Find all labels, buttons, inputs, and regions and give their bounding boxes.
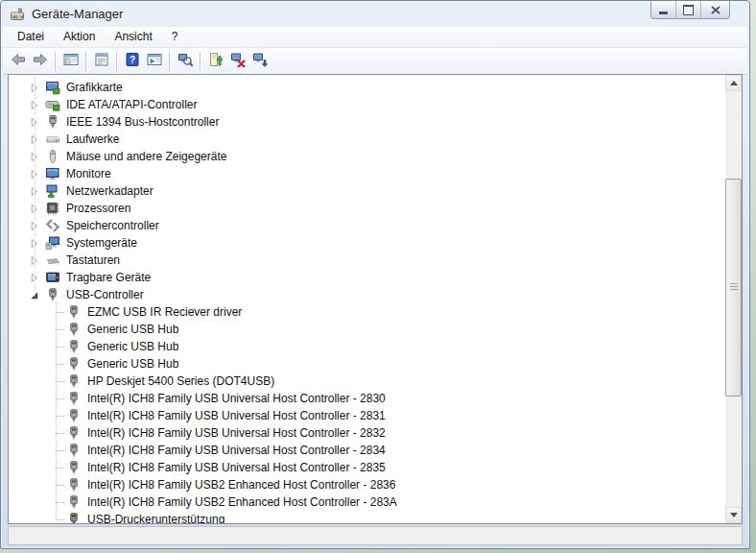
tree-item-generic-usb-hub[interactable]: Generic USB Hub xyxy=(9,355,725,373)
tree-item-intel-r-ich8-family-usb-universal-host-controller-2835[interactable]: Intel(R) ICH8 Family USB Universal Host … xyxy=(9,459,725,476)
storage-controller-icon xyxy=(45,218,60,233)
uninstall-device-icon xyxy=(230,52,246,71)
portable-device-icon xyxy=(45,270,60,285)
uninstall-device-button[interactable] xyxy=(226,51,248,72)
tree-item-label: Laufwerke xyxy=(66,132,119,146)
tree-root-guide xyxy=(35,77,35,301)
minimize-button[interactable] xyxy=(651,1,676,18)
close-button[interactable] xyxy=(701,1,729,18)
scroll-down-icon xyxy=(730,513,738,517)
show-console-tree-icon xyxy=(63,52,79,71)
usb-icon xyxy=(66,356,82,372)
menu-item-aktion[interactable]: Aktion xyxy=(54,28,105,46)
tree-item-intel-r-ich8-family-usb-universal-host-controller-2832[interactable]: Intel(R) ICH8 Family USB Universal Host … xyxy=(9,424,725,442)
chevron-collapsed-icon[interactable] xyxy=(30,238,41,249)
tree-connector xyxy=(51,424,66,442)
tree-item-ide-ata-atapi-controller[interactable]: IDE ATA/ATAPI-Controller xyxy=(9,96,725,113)
chevron-collapsed-icon[interactable] xyxy=(30,83,41,93)
window-title: Geräte-Manager xyxy=(32,7,123,21)
help-button[interactable]: ? xyxy=(121,51,143,72)
tree-item-intel-r-ich8-family-usb2-enhanced-host-controller-283a[interactable]: Intel(R) ICH8 Family USB2 Enhanced Host … xyxy=(9,493,725,511)
chevron-collapsed-icon[interactable] xyxy=(30,255,41,266)
chevron-collapsed-icon[interactable] xyxy=(30,273,41,283)
tree-item-label: Grafikkarte xyxy=(66,81,123,94)
tree-item-tastaturen[interactable]: Tastaturen xyxy=(9,252,725,269)
usb-icon xyxy=(66,460,82,475)
tree-item-grafikkarte[interactable]: Grafikkarte xyxy=(9,79,725,96)
tree-item-laufwerke[interactable]: Laufwerke xyxy=(9,131,725,148)
show-action-pane-button[interactable] xyxy=(143,51,165,72)
scan-devices-icon xyxy=(177,52,193,71)
tree-item-label: HP Deskjet 5400 Series (DOT4USB) xyxy=(87,374,274,388)
tree-connector xyxy=(51,390,66,407)
tree-item-label: Systemgeräte xyxy=(66,236,137,250)
tree-item-intel-r-ich8-family-usb-universal-host-controller-2831[interactable]: Intel(R) ICH8 Family USB Universal Host … xyxy=(9,407,725,424)
chevron-collapsed-icon[interactable] xyxy=(30,169,41,180)
device-manager-icon xyxy=(10,7,25,22)
svg-text:?: ? xyxy=(129,54,134,64)
chevron-collapsed-icon[interactable] xyxy=(30,134,41,145)
tree-item-label: Intel(R) ICH8 Family USB2 Enhanced Host … xyxy=(87,478,395,492)
tree-item-label: Prozessoren xyxy=(66,202,130,215)
tree-item-intel-r-ich8-family-usb-universal-host-controller-2830[interactable]: Intel(R) ICH8 Family USB Universal Host … xyxy=(9,390,725,407)
tree-item-generic-usb-hub[interactable]: Generic USB Hub xyxy=(9,338,725,355)
maximize-icon xyxy=(683,5,694,15)
chevron-collapsed-icon[interactable] xyxy=(30,204,41,214)
scroll-up-button[interactable] xyxy=(725,75,742,91)
tree-connector xyxy=(51,321,66,338)
back-button[interactable] xyxy=(7,51,29,72)
scroll-down-button[interactable] xyxy=(725,507,742,523)
forward-button[interactable] xyxy=(29,51,51,72)
tree-item-prozessoren[interactable]: Prozessoren xyxy=(9,200,725,217)
tree-item-intel-r-ich8-family-usb2-enhanced-host-controller-2836[interactable]: Intel(R) ICH8 Family USB2 Enhanced Host … xyxy=(9,476,725,493)
help-icon: ? xyxy=(125,52,140,71)
tree-item-netzwerkadapter[interactable]: Netzwerkadapter xyxy=(9,182,725,200)
menu-item-ansicht[interactable]: Ansicht xyxy=(105,28,161,46)
tree-item-label: Intel(R) ICH8 Family USB Universal Host … xyxy=(87,444,386,457)
scrollbar-thumb[interactable] xyxy=(725,179,742,397)
chevron-collapsed-icon[interactable] xyxy=(30,186,41,197)
tree-item-usb-druckerunterstützung[interactable]: USB-Druckerunterstützung xyxy=(9,511,725,523)
maximize-button[interactable] xyxy=(676,1,701,18)
scan-hardware-changes-button[interactable] xyxy=(248,51,271,72)
tree-connector xyxy=(51,373,66,390)
tree-item-label: USB-Controller xyxy=(66,288,144,301)
menu-item-datei[interactable]: Datei xyxy=(8,28,54,46)
chevron-collapsed-icon[interactable] xyxy=(30,100,41,110)
chevron-expanded-icon[interactable] xyxy=(30,290,41,301)
tree-item-mäuse-und-andere-zeigegeräte[interactable]: Mäuse und andere Zeigegeräte xyxy=(9,148,725,165)
chevron-collapsed-icon[interactable] xyxy=(30,221,41,231)
tree-item-monitore[interactable]: Monitore xyxy=(9,165,725,182)
tree-item-intel-r-ich8-family-usb-universal-host-controller-2834[interactable]: Intel(R) ICH8 Family USB Universal Host … xyxy=(9,442,725,459)
chevron-collapsed-icon[interactable] xyxy=(30,152,41,162)
tree-item-label: Intel(R) ICH8 Family USB2 Enhanced Host … xyxy=(87,495,397,509)
tree-item-hp-deskjet-5400-series-dot4usb[interactable]: HP Deskjet 5400 Series (DOT4USB) xyxy=(9,373,725,390)
tree-connector xyxy=(51,459,66,476)
vertical-scrollbar[interactable] xyxy=(725,75,742,523)
show-console-tree-button[interactable] xyxy=(59,51,82,72)
network-adapter-icon xyxy=(45,183,60,199)
usb-icon xyxy=(45,287,60,302)
tree-connector xyxy=(51,442,66,459)
toolbar-separator xyxy=(55,52,56,71)
properties-button[interactable] xyxy=(90,51,112,72)
menu-item-help[interactable]: ? xyxy=(162,28,188,46)
chevron-collapsed-icon[interactable] xyxy=(30,117,41,128)
tree-item-systemgeräte[interactable]: Systemgeräte xyxy=(9,234,725,252)
tree-item-tragbare-geräte[interactable]: Tragbare Geräte xyxy=(9,269,725,286)
tree-connector xyxy=(51,303,66,321)
tree-connector xyxy=(51,338,66,355)
toolbar-separator xyxy=(85,52,86,71)
tree-item-label: Speichercontroller xyxy=(66,219,159,232)
title-bar[interactable]: Geräte-Manager xyxy=(1,1,749,27)
tree-item-speichercontroller[interactable]: Speichercontroller xyxy=(9,217,725,234)
update-driver-button[interactable] xyxy=(204,51,226,72)
tree-item-usb-controller[interactable]: USB-Controller xyxy=(9,286,725,303)
usb-dark-icon xyxy=(66,512,82,523)
scan-devices-button[interactable] xyxy=(174,51,196,72)
tree-item-ieee-1394-bus-hostcontroller[interactable]: IEEE 1394 Bus-Hostcontroller xyxy=(9,113,725,131)
tree-item-label: Tastaturen xyxy=(66,253,120,267)
minimize-icon xyxy=(659,12,668,14)
tree-item-ezmc-usb-ir-reciever-driver[interactable]: EZMC USB IR Reciever driver xyxy=(9,303,725,321)
tree-item-generic-usb-hub[interactable]: Generic USB Hub xyxy=(9,321,725,338)
